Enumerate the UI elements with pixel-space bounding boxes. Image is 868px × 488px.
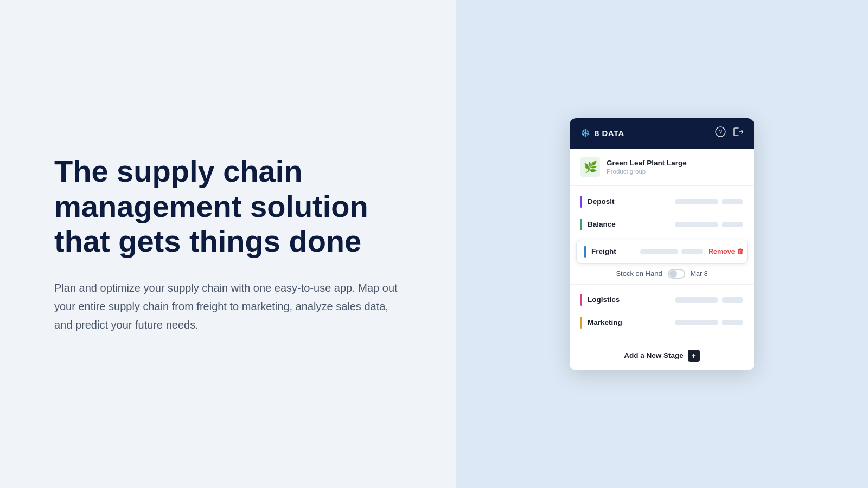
balance-bars [675,222,743,227]
deposit-indicator [580,196,582,208]
product-group-row: 🌿 Green Leaf Plant Large Product group [570,149,754,186]
deposit-label: Deposit [588,197,669,206]
app-header-right: ? [715,126,743,140]
add-stage-row[interactable]: Add a New Stage + [570,341,754,370]
app-header-left: ❄ 8 DATA [580,126,624,140]
help-icon[interactable]: ? [715,126,726,140]
stage-row[interactable]: Logistics [570,288,754,311]
logistics-label: Logistics [588,296,669,304]
marketing-indicator [580,317,582,329]
freight-bar-wide [640,249,678,254]
snowflake-icon: ❄ [580,126,590,140]
add-stage-icon: + [688,350,700,362]
logistics-bar-wide [675,297,718,303]
stage-row[interactable]: Balance [570,213,754,236]
toggle-circle [669,270,677,278]
stage-row[interactable]: Marketing [570,311,754,334]
logistics-bar-narrow [722,297,743,303]
logout-icon[interactable] [732,126,743,140]
freight-bar-narrow [681,249,703,254]
marketing-label: Marketing [588,318,669,326]
freight-bars [640,249,703,254]
right-panel: ❄ 8 DATA ? 🌿 [456,0,868,488]
logistics-indicator [580,294,582,306]
svg-text:?: ? [719,129,723,136]
date-badge: Mar 8 [691,270,708,278]
deposit-bars [675,199,743,204]
app-title: 8 DATA [595,129,624,138]
deposit-bar-narrow [722,199,743,204]
stock-label: Stock on Hand [616,269,662,278]
product-group-label: Product group [607,168,687,175]
stage-row[interactable]: Deposit [570,190,754,213]
product-image: 🌿 [580,157,600,177]
app-header: ❄ 8 DATA ? [570,118,754,149]
logistics-bars [675,297,743,303]
marketing-bar-narrow [722,320,743,325]
sub-text: Plan and optimize your supply chain with… [54,279,401,334]
main-heading: The supply chain management solution tha… [54,154,401,259]
stock-toggle[interactable] [668,269,685,279]
remove-label: Remove [709,248,735,255]
freight-actions: Remove 🗑 [709,248,744,255]
app-window: ❄ 8 DATA ? 🌿 [570,118,754,370]
left-panel: The supply chain management solution tha… [0,0,456,488]
product-info: Green Leaf Plant Large Product group [607,159,687,175]
balance-label: Balance [588,220,669,228]
stages-list: Deposit Balance [570,186,754,338]
balance-bar-wide [675,222,718,227]
marketing-bar-wide [675,320,718,325]
freight-label: Freight [591,247,635,255]
deposit-bar-wide [675,199,718,204]
product-name: Green Leaf Plant Large [607,159,687,167]
freight-row[interactable]: Freight Remove 🗑 [584,246,739,258]
balance-bar-narrow [722,222,743,227]
balance-indicator [580,219,582,230]
trash-icon: 🗑 [737,248,744,255]
add-stage-label: Add a New Stage [624,351,684,359]
freight-indicator [584,246,586,258]
left-content: The supply chain management solution tha… [54,154,401,333]
stock-row: Stock on Hand Mar 8 [570,264,754,285]
marketing-bars [675,320,743,325]
remove-button[interactable]: Remove 🗑 [709,248,744,255]
